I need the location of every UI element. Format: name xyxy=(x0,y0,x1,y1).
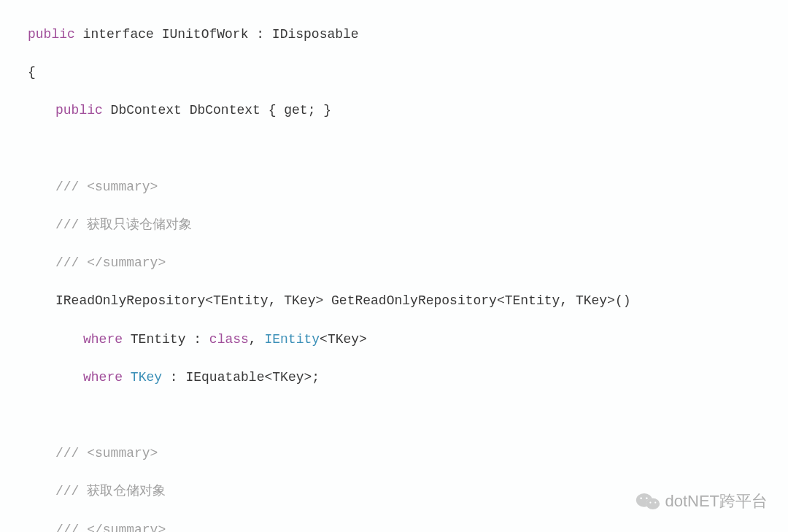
code-text: TEntity : xyxy=(123,332,209,347)
code-text: <TKey> xyxy=(320,332,367,347)
xml-comment: /// </summary> xyxy=(55,255,166,270)
keyword-public: public xyxy=(28,27,75,42)
keyword-where: where xyxy=(83,332,123,347)
xml-comment: /// 获取仓储对象 xyxy=(55,484,166,498)
code-text: DbContext DbContext { get; } xyxy=(103,103,331,117)
keyword-class: class xyxy=(209,332,249,347)
type-tkey: TKey xyxy=(131,370,162,385)
keyword-where: where xyxy=(83,370,123,385)
code-block: public interface IUnitOfWork : IDisposab… xyxy=(0,0,788,532)
type-ientity: IEntity xyxy=(264,332,320,347)
code-text xyxy=(123,370,131,385)
xml-comment: /// <summary> xyxy=(55,180,158,194)
xml-comment: /// <summary> xyxy=(55,446,158,460)
keyword-public: public xyxy=(55,103,103,117)
code-text: interface IUnitOfWork : IDisposable xyxy=(75,27,359,42)
code-text: IReadOnlyRepository<TEntity, TKey> GetRe… xyxy=(55,293,631,308)
code-text: : IEquatable<TKey>; xyxy=(162,370,320,385)
xml-comment: /// </summary> xyxy=(55,523,166,532)
xml-comment: /// 获取只读仓储对象 xyxy=(55,217,192,232)
code-text: , xyxy=(249,332,265,347)
brace-open: { xyxy=(28,65,36,80)
